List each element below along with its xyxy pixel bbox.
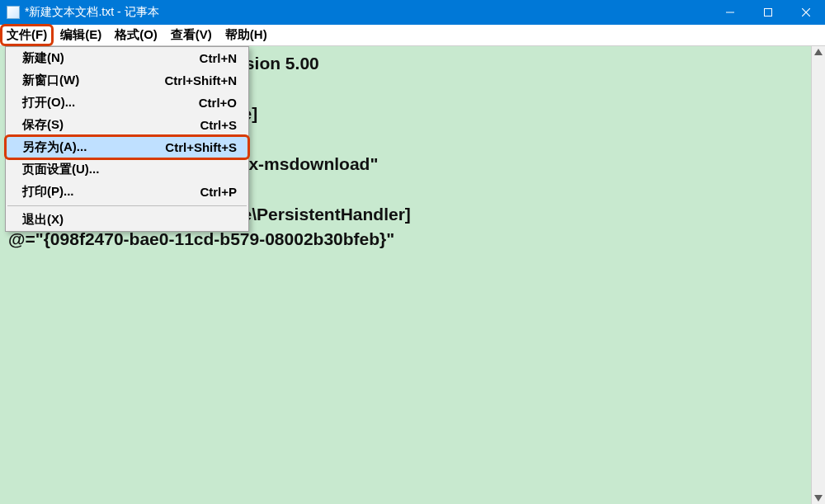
menu-edit[interactable]: 编辑(E) xyxy=(54,25,108,45)
minimize-icon xyxy=(726,8,734,16)
menu-view[interactable]: 查看(V) xyxy=(164,25,219,45)
menu-item-label: 打印(P)... xyxy=(22,184,200,200)
notepad-app-icon xyxy=(7,6,20,19)
menu-item-shortcut: Ctrl+O xyxy=(199,96,237,110)
menubar: 文件(F)编辑(E)格式(O)查看(V)帮助(H) xyxy=(0,25,825,46)
menu-item-shortcut: Ctrl+N xyxy=(200,51,237,65)
menu-item-shortcut: Ctrl+S xyxy=(200,118,237,132)
window-title: *新建文本文档.txt - 记事本 xyxy=(25,5,711,20)
menu-item-shortcut: Ctrl+P xyxy=(200,185,237,199)
close-icon xyxy=(802,8,810,16)
menu-help[interactable]: 帮助(H) xyxy=(219,25,274,45)
file-menu-item-新窗口w[interactable]: 新窗口(W)Ctrl+Shift+N xyxy=(6,69,248,92)
minimize-button[interactable] xyxy=(711,0,749,25)
maximize-button[interactable] xyxy=(749,0,787,25)
close-button[interactable] xyxy=(787,0,825,25)
menu-file[interactable]: 文件(F) xyxy=(0,24,54,46)
menu-format[interactable]: 格式(O) xyxy=(108,25,164,45)
file-menu-item-另存为a[interactable]: 另存为(A)...Ctrl+Shift+S xyxy=(6,136,248,158)
titlebar: *新建文本文档.txt - 记事本 xyxy=(0,0,825,25)
menu-item-label: 打开(O)... xyxy=(22,95,199,111)
window-controls xyxy=(711,0,825,25)
svg-rect-0 xyxy=(765,9,772,16)
file-menu-item-退出x[interactable]: 退出(X) xyxy=(6,209,248,231)
file-menu-dropdown: 新建(N)Ctrl+N新窗口(W)Ctrl+Shift+N打开(O)...Ctr… xyxy=(5,46,249,232)
menu-item-label: 新建(N) xyxy=(22,50,200,66)
menu-item-label: 另存为(A)... xyxy=(22,139,165,155)
menu-item-label: 新窗口(W) xyxy=(22,73,164,88)
vertical-scrollbar[interactable] xyxy=(811,46,825,504)
menu-item-label: 保存(S) xyxy=(22,117,200,133)
menu-item-shortcut: Ctrl+Shift+S xyxy=(165,140,237,154)
menu-item-shortcut: Ctrl+Shift+N xyxy=(164,73,237,87)
file-menu-item-保存s[interactable]: 保存(S)Ctrl+S xyxy=(6,114,248,136)
menu-separator xyxy=(7,205,247,206)
file-menu-item-页面设置u[interactable]: 页面设置(U)... xyxy=(6,158,248,181)
notepad-window: *新建文本文档.txt - 记事本 文件(F)编辑(E)格式(O)查看(V)帮助… xyxy=(0,0,825,504)
file-menu-item-打印p[interactable]: 打印(P)...Ctrl+P xyxy=(6,181,248,203)
maximize-icon xyxy=(764,8,772,16)
menu-item-label: 退出(X) xyxy=(22,212,237,228)
menu-item-label: 页面设置(U)... xyxy=(22,162,237,177)
file-menu-item-新建n[interactable]: 新建(N)Ctrl+N xyxy=(6,47,248,69)
file-menu-item-打开o[interactable]: 打开(O)...Ctrl+O xyxy=(6,92,248,114)
